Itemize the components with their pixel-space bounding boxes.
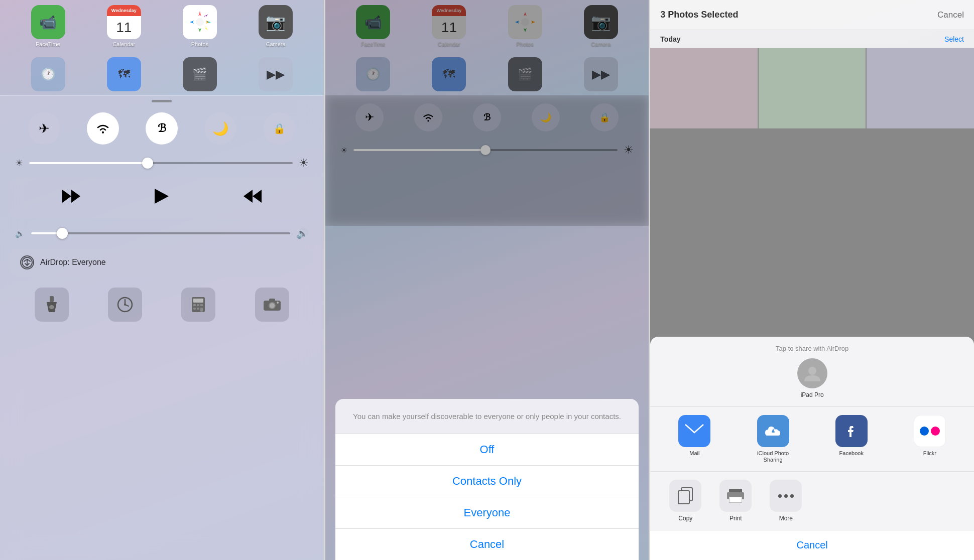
brightness-thumb[interactable] [142,158,153,169]
dot-3 [790,494,794,498]
p2-clock-icon: 🕐 [356,57,390,91]
home-screen-icons: 📹 FaceTime Wednesday 11 Calendar [0,0,324,100]
clock-button[interactable] [108,288,142,322]
photo-thumb-3 [867,48,974,128]
volume-slider-row: 🔈 🔊 [0,222,324,244]
svg-rect-26 [197,304,199,306]
photos-selected-title: 3 Photos Selected [660,10,738,20]
music-controls [10,178,314,218]
svg-marker-37 [524,12,527,16]
print-label: Print [729,515,742,522]
share-flickr[interactable]: Flickr [907,415,952,457]
copy-shape [678,487,693,504]
svg-marker-8 [205,26,208,30]
copy-front-page [678,490,690,504]
airdrop-description: You can make yourself discoverable to ev… [335,399,639,434]
svg-rect-34 [269,299,275,302]
share-print[interactable]: Print [715,480,756,522]
play-button[interactable] [154,188,170,208]
calendar-day: Wednesday [107,5,141,16]
icloud-icon [757,415,789,447]
svg-point-22 [124,304,126,306]
fast-forward-button[interactable] [242,189,263,207]
camera-quick-button[interactable] [255,288,289,322]
share-facebook[interactable]: Facebook [829,415,874,457]
flickr-dot-blue [920,427,929,436]
airdrop-everyone-option[interactable]: Everyone [335,497,639,529]
p2-control-center-bg: ✈ ℬ 🌙 🔒 ☀ ☀ [325,95,649,226]
svg-point-36 [521,18,529,26]
share-more[interactable]: More [766,480,806,522]
svg-marker-3 [190,21,194,24]
calculator-button[interactable] [181,288,215,322]
p2-facetime-label: FaceTime [361,41,386,47]
svg-marker-11 [71,190,80,203]
bluetooth-button[interactable]: ℬ [146,112,178,145]
camera-icon: 📷 Camera [259,5,293,47]
photos-header: 3 Photos Selected Cancel [650,0,974,30]
panel2-icon-row-1: 📹 FaceTime Wednesday 11 Calendar [325,0,649,52]
volume-thumb[interactable] [57,228,68,239]
svg-point-42 [808,367,816,375]
wifi-button[interactable] [87,112,119,145]
airdrop-label-text: AirDrop: Everyone [40,258,106,267]
p2-photos-img [508,5,542,39]
airdrop-sheet: You can make yourself discoverable to ev… [335,399,639,560]
photos-header-cancel[interactable]: Cancel [937,10,964,20]
rewind-button[interactable] [61,189,81,207]
svg-point-18 [49,305,54,309]
print-paper [729,497,742,503]
share-airdrop-section: Tap to share with AirDrop iPad Pro [650,337,974,407]
p2-calendar-label: Calendar [438,41,460,47]
camera-label: Camera [266,41,285,47]
brightness-high-icon: ☀ [299,157,309,170]
cc-handle [0,96,324,104]
p2-brightness-row: ☀ ☀ [325,139,649,161]
svg-marker-13 [253,190,262,203]
facetime-icon: 📹 FaceTime [31,5,65,47]
p2-sun-high: ☀ [624,144,634,157]
airdrop-device[interactable]: iPad Pro [660,358,964,398]
share-cancel-button[interactable]: Cancel [650,530,974,560]
device-name-label: iPad Pro [801,391,824,398]
panel-3-photos-share: 3 Photos Selected Cancel Today Select Ta… [650,0,974,560]
svg-rect-28 [193,308,196,310]
airdrop-cancel-button[interactable]: Cancel [335,529,639,560]
facebook-label: Facebook [839,450,864,457]
p2-lock-btn: 🔒 [590,103,619,131]
airdrop-button[interactable]: AirDrop: Everyone [10,248,314,276]
photos-select-button[interactable]: Select [944,35,964,43]
p2-brightness-track [353,149,618,151]
p2-bt-btn: ℬ [473,103,501,131]
p2-airplane-btn: ✈ [355,103,384,131]
share-copy[interactable]: Copy [665,480,705,522]
svg-marker-40 [531,21,535,24]
calendar-label: Calendar [112,41,135,47]
svg-rect-24 [193,299,203,303]
brightness-track[interactable] [29,162,293,164]
share-icloud[interactable]: iCloud Photo Sharing [751,415,796,463]
p2-maps-icon: 🗺 [432,57,466,91]
flashlight-button[interactable] [35,288,69,322]
p2-calendar-num: 11 [432,16,466,39]
airdrop-off-option[interactable]: Off [335,434,639,466]
p2-photos-label: Photos [516,41,533,47]
volume-track[interactable] [31,232,290,234]
bottom-quick-apps [0,281,324,329]
dot-2 [784,494,788,498]
p2-camera-icon: 📷 Camera [584,5,618,47]
airdrop-contacts-option[interactable]: Contacts Only [335,466,639,497]
do-not-disturb-button[interactable]: 🌙 [204,112,236,145]
svg-marker-14 [244,190,253,203]
panel-1-control-center: 📹 FaceTime Wednesday 11 Calendar [0,0,324,560]
p2-calendar-img: Wednesday 11 [432,5,466,39]
facebook-icon [835,415,868,447]
dot-1 [778,494,782,498]
share-mail[interactable]: Mail [672,415,717,457]
volume-high-icon: 🔊 [296,227,309,239]
svg-rect-29 [197,308,199,310]
svg-point-35 [277,302,279,304]
airplane-mode-button[interactable]: ✈ [28,112,60,145]
brightness-fill [29,162,148,164]
rotation-lock-button[interactable]: 🔒 [263,112,295,145]
